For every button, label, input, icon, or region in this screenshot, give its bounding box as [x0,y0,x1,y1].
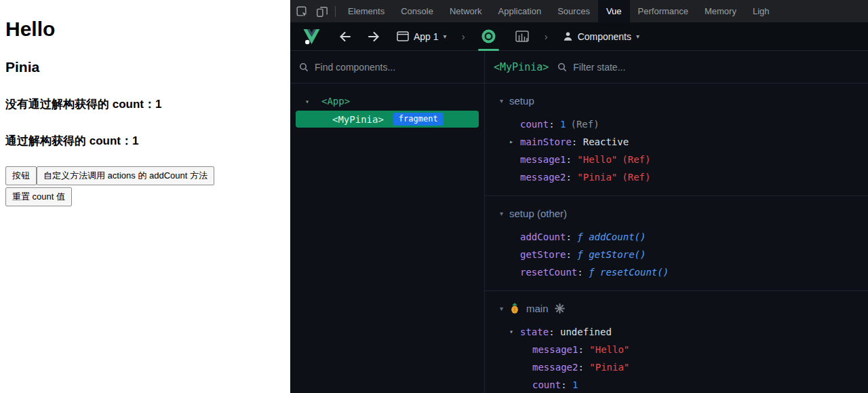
state-entry-mainStore[interactable]: ▸mainStore: Reactive [485,133,868,151]
chevron-down-icon[interactable]: ▾ [509,323,513,341]
component-tree-item-mypinia[interactable]: <MyPinia>fragment [296,111,479,128]
state-value: 1 [560,119,566,130]
colon: : [566,172,577,183]
app-selector-label: App 1 [414,31,439,42]
state-value: "Pinia" [589,362,629,373]
forward-arrow-icon[interactable] [364,31,383,43]
fragment-badge: fragment [393,113,443,126]
devtools-tab-ligh[interactable]: Ligh [745,0,778,22]
inspector-tab[interactable] [476,22,501,51]
toolbar-separator [335,6,336,17]
state-value: "Hello" [577,154,617,165]
inspector-selector[interactable]: Components ▾ [559,31,644,42]
state-value: "Pinia" [577,172,617,183]
count-line-1: 没有通过解构获得的 count：1 [5,96,285,112]
state-entry-message1[interactable]: message1: "Hello" [485,341,868,358]
button-anniu[interactable]: 按钮 [5,166,37,185]
devtools-tab-console[interactable]: Console [393,0,441,22]
chevron-down-icon[interactable]: ▾ [305,98,309,105]
state-value: "Hello" [589,344,629,355]
state-value: ƒ getStore() [577,249,646,260]
component-tag: <MyPinia> [332,114,384,125]
state-value: Reactive [583,136,629,147]
colon: : [566,249,577,260]
component-search-bar [290,51,484,83]
colon: : [577,267,589,278]
state-key: getStore [520,249,566,260]
ref-tag: (Ref) [570,119,599,130]
state-entry-message2[interactable]: message2: "Pinia" [485,358,868,376]
state-value: 1 [572,379,578,390]
screenshot-root: Hello Pinia 没有通过解构获得的 count：1 通过解构获得的 co… [0,0,868,393]
devtools-tabbar-icons [290,0,340,22]
state-section-title: main [526,303,549,314]
state-entry-state[interactable]: ▾state: undefined [485,323,868,341]
state-key: addCount [520,231,566,242]
inspect-element-icon[interactable] [292,3,311,20]
state-entry-getStore[interactable]: getStore: ƒ getStore() [485,246,868,263]
state-entry-message2[interactable]: message2: "Pinia"(Ref) [485,168,868,186]
colon: : [578,362,589,373]
devtools-tab-vue[interactable]: Vue [598,0,630,22]
ref-tag: (Ref) [622,154,650,165]
filter-state-input[interactable] [573,62,859,73]
state-entry-count[interactable]: count: 1(Ref) [485,115,868,133]
devtools-tab-sources[interactable]: Sources [549,0,598,22]
devtools-tab-performance[interactable]: Performance [630,0,696,22]
state-key: message2 [532,362,578,373]
devtools-tab-network[interactable]: Network [441,0,490,22]
device-toolbar-icon[interactable] [313,3,332,20]
colon: : [566,231,577,242]
state-entry-addCount[interactable]: addCount: ƒ addCount() [485,228,868,246]
colon: : [549,326,560,337]
timeline-tab[interactable] [511,22,534,51]
state-section-title: setup [509,95,534,107]
button-reset-count[interactable]: 重置 count 值 [5,187,72,206]
window-icon [397,31,409,41]
devtools-panels: ▾<App><MyPinia>fragment <MyPinia> ▾setup… [290,51,868,393]
state-sections: ▾setupcount: 1(Ref)▸mainStore: Reactivem… [485,83,868,393]
devtools-tab-memory[interactable]: Memory [696,0,745,22]
state-entry-resetCount[interactable]: resetCount: ƒ resetCount() [485,263,868,281]
search-icon [557,62,567,72]
colon: : [561,379,572,390]
state-key: state [520,326,549,337]
colon: : [572,136,583,147]
pineapple-icon [509,303,520,314]
state-key: mainStore [520,136,572,147]
state-value: ƒ resetCount() [589,267,669,278]
state-section-header[interactable]: ▾setup (other) [485,204,868,222]
devtools-tabs: ElementsConsoleNetworkApplicationSources… [340,0,778,22]
button-addcount-action[interactable]: 自定义方法调用 actions 的 addCount 方法 [37,166,214,185]
chevron-down-icon[interactable]: ▾ [500,305,503,312]
page-subtitle: Pinia [5,59,285,75]
gear-icon[interactable] [555,303,565,314]
colon: : [566,154,577,165]
find-components-input[interactable] [315,62,475,73]
component-tree-item-app[interactable]: ▾<App> [290,92,484,110]
app-selector[interactable]: App 1 ▾ [393,31,451,42]
state-section-header[interactable]: ▾setup [485,92,868,109]
state-panel: <MyPinia> ▾setupcount: 1(Ref)▸mainStore:… [485,51,868,393]
chevron-right-icon: › [543,31,549,42]
state-entry-count[interactable]: count: 1 [485,376,868,393]
state-section-setup-other-: ▾setup (other)addCount: ƒ addCount()getS… [485,196,868,291]
button-row-2: 重置 count 值 [5,187,285,206]
state-section-setup: ▾setupcount: 1(Ref)▸mainStore: Reactivem… [485,83,868,196]
state-entry-message1[interactable]: message1: "Hello"(Ref) [485,151,868,168]
chevron-down-icon[interactable]: ▾ [500,97,503,105]
chevron-down-icon[interactable]: ▾ [500,210,503,217]
chevron-right-icon[interactable]: ▸ [509,133,513,151]
devtools-tab-elements[interactable]: Elements [340,0,393,22]
devtools-tab-application[interactable]: Application [490,0,550,22]
state-section-header[interactable]: ▾main [485,299,868,317]
component-tree: ▾<App><MyPinia>fragment [290,83,484,393]
component-tree-panel: ▾<App><MyPinia>fragment [290,51,485,393]
chevron-down-icon: ▾ [443,33,447,40]
search-icon [299,62,309,72]
count-line-2: 通过解构获得的 count：1 [5,133,285,149]
chevron-down-icon: ▾ [636,33,639,40]
state-key: message1 [532,344,578,355]
back-arrow-icon[interactable] [336,31,355,43]
state-key: count [532,379,561,390]
